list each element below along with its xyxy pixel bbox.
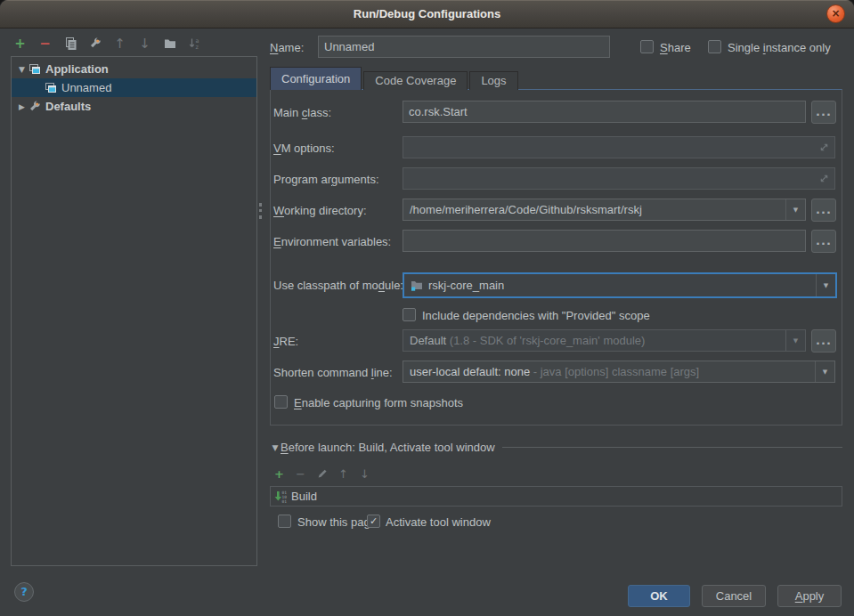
move-task-down-button[interactable]: ↓ [358,467,371,481]
add-configuration-button[interactable]: + [12,36,28,52]
dropdown-button[interactable]: ▼ [815,361,834,382]
remove-task-button[interactable]: − [294,467,307,481]
apply-button[interactable]: Apply [777,585,842,607]
vm-options-input[interactable] [403,136,835,158]
tab-bar: Configuration Code Coverage Logs [270,68,520,90]
ellipsis-icon: ... [816,234,832,247]
tree-item-application[interactable]: ▼ Application [12,60,256,78]
single-instance-label: Single instance only [728,41,831,54]
application-icon [28,62,42,77]
main-class-browse-button[interactable]: ... [811,101,836,124]
include-provided-checkbox[interactable] [403,308,416,321]
dropdown-button[interactable]: ▼ [816,274,835,296]
chevron-down-icon[interactable]: ▼ [16,65,28,74]
use-classpath-value: rskj-core_main [424,279,504,292]
tab-code-coverage[interactable]: Code Coverage [363,71,468,90]
tree-item-defaults[interactable]: ▶ Defaults [12,97,256,116]
show-this-page-checkbox[interactable] [278,515,291,528]
check-icon: ✓ [370,515,378,527]
module-icon [410,279,424,293]
svg-text:z: z [195,44,199,51]
sort-configurations-button[interactable]: a z [187,36,202,52]
activate-tool-window-label: Activate tool window [386,515,491,529]
close-icon: × [831,7,840,20]
shorten-value-main: user-local default: none [410,365,530,378]
task-label: Build [291,490,317,503]
dropdown-button[interactable]: ▼ [785,330,805,351]
copy-icon [63,36,77,51]
arrow-down-icon: ↓ [360,467,370,481]
working-directory-browse-button[interactable]: ... [811,199,836,222]
move-up-button[interactable]: ↑ [112,36,127,52]
jre-combobox[interactable]: Default (1.8 - SDK of 'rskj-core_main' m… [403,329,806,352]
chevron-down-icon[interactable]: ▼ [270,443,281,452]
before-launch-task-build[interactable]: 01 10 01 Build [270,486,842,507]
splitter-handle[interactable] [259,203,264,219]
expand-field-icon[interactable] [818,142,830,153]
help-icon: ? [20,585,28,598]
chevron-down-icon: ▼ [824,282,828,289]
arrow-up-icon: ↑ [338,467,348,481]
shorten-command-line-label: Shorten command line: [273,366,393,379]
share-label: Share [660,41,691,54]
name-label: Name: [270,41,304,54]
name-input[interactable] [318,36,610,58]
jre-value-main: Default [410,334,446,347]
single-instance-checkbox[interactable] [708,40,721,53]
capture-snapshots-checkbox[interactable] [274,395,288,409]
folder-icon [163,36,177,51]
plus-icon: + [274,467,284,481]
chevron-down-icon: ▼ [793,207,798,214]
titlebar[interactable]: Run/Debug Configurations × [0,0,854,28]
jre-label: JRE: [273,335,298,348]
main-class-label: Main class: [273,106,331,119]
working-directory-combobox[interactable]: /home/meriherrera/Code/Github/rsksmart/r… [403,199,806,221]
share-checkbox[interactable] [640,40,654,53]
close-button[interactable]: × [826,4,845,23]
edit-task-button[interactable] [315,467,329,481]
shorten-command-line-combobox[interactable]: user-local default: none - java [options… [403,361,835,383]
run-debug-configurations-dialog: Run/Debug Configurations × + − ↑ ↓ [0,0,854,616]
tree-item-label: Application [45,62,109,76]
tab-logs[interactable]: Logs [469,71,517,90]
program-arguments-field[interactable] [403,167,835,190]
before-launch-label: Before launch: Build, Activate tool wind… [281,441,495,454]
arrow-up-icon: ↑ [114,36,126,52]
new-folder-button[interactable] [162,36,177,52]
environment-variables-browse-button[interactable]: ... [811,230,836,253]
jre-value-detail: (1.8 - SDK of 'rskj-core_main' module) [446,334,645,347]
tree-item-unnamed[interactable]: Unnamed [12,78,256,97]
capture-snapshots-label: Enable capturing form snapshots [294,396,463,409]
jre-browse-button[interactable]: ... [811,329,836,353]
before-launch-header[interactable]: ▼ Before launch: Build, Activate tool wi… [270,441,842,454]
tab-configuration[interactable]: Configuration [270,67,362,90]
help-button[interactable]: ? [14,582,34,602]
remove-configuration-button[interactable]: − [37,36,53,52]
environment-variables-input[interactable] [403,230,806,252]
before-launch-toolbar: + − ↑ ↓ [272,466,371,481]
dropdown-button[interactable]: ▼ [785,199,805,220]
ok-button[interactable]: OK [628,585,690,607]
sort-az-icon: a z [188,36,202,51]
cancel-button[interactable]: Cancel [702,585,766,607]
move-down-button[interactable]: ↓ [137,36,152,52]
pencil-icon [316,467,329,480]
move-task-up-button[interactable]: ↑ [337,467,350,481]
shorten-command-line-value: user-local default: none - java [options… [403,365,699,378]
copy-configuration-button[interactable] [62,36,77,52]
use-classpath-combobox[interactable]: rskj-core_main ▼ [403,272,837,298]
main-class-input[interactable] [403,101,806,123]
wrench-icon [28,100,42,114]
expand-field-icon[interactable] [818,173,830,184]
vm-options-label: VM options: [273,142,335,155]
shorten-value-detail: - java [options] classname [args] [530,365,699,378]
edit-defaults-button[interactable] [87,36,102,52]
chevron-right-icon[interactable]: ▶ [16,102,28,111]
add-task-button[interactable]: + [272,467,286,481]
working-directory-value: /home/meriherrera/Code/Github/rsksmart/r… [403,203,642,216]
vm-options-field[interactable] [403,136,835,158]
arrow-down-icon: ↓ [139,36,150,52]
tree-item-label: Defaults [45,100,91,113]
program-arguments-input[interactable] [403,167,835,190]
activate-tool-window-checkbox[interactable]: ✓ [367,515,380,528]
